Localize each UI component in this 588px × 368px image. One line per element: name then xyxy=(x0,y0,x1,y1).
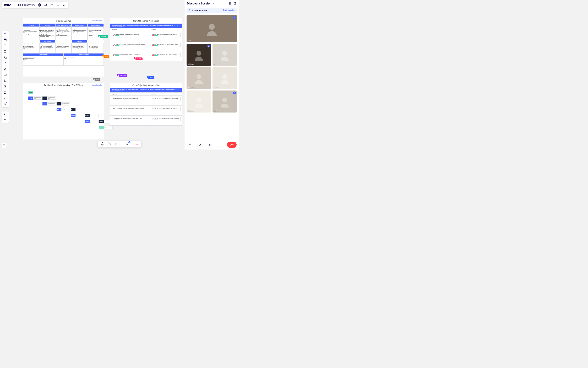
participants-button[interactable]: 5 xyxy=(125,142,129,146)
hangup-button[interactable] xyxy=(227,142,237,148)
objective-card[interactable]: Leverage a single content delivery engin… xyxy=(112,117,148,121)
pc-cell[interactable]: Single, clear, compelling message that s… xyxy=(55,27,71,40)
more-tools[interactable] xyxy=(3,102,7,106)
svg-rect-18 xyxy=(4,92,5,92)
why-card[interactable]: BecauseLorem ipsum dolor sit amet... xyxy=(43,97,56,100)
comment-tool[interactable] xyxy=(3,73,7,77)
layout-icon[interactable] xyxy=(229,2,232,5)
pc-cell[interactable]: List to 1-3 core problems to solve Scale… xyxy=(23,27,39,40)
objective-card[interactable]: Pick up where I left off on content that… xyxy=(112,43,148,47)
frame-tool[interactable] xyxy=(3,79,7,83)
shape-tool[interactable] xyxy=(3,56,7,59)
select-tool[interactable] xyxy=(3,32,7,36)
pc-cell[interactable]: Your X for Y analogy (Youtube = Flickr f… xyxy=(55,43,71,53)
why-card[interactable]: Root causeLorem ipsum dolor sit amet... xyxy=(99,126,113,129)
table-row[interactable]: Explore more leadership and values-orien… xyxy=(110,51,182,61)
chart-tool[interactable] xyxy=(3,97,7,100)
objective-card[interactable]: Explore more leadership and values-orien… xyxy=(112,53,148,57)
svg-point-51 xyxy=(220,145,220,146)
video-tile[interactable]: Amanda xyxy=(187,67,211,89)
objective-card[interactable]: Scale groups and learning throughout the… xyxy=(112,97,148,101)
plugin-icon[interactable] xyxy=(63,3,66,7)
pc-cell[interactable]: List your paths to the customer (inbound… xyxy=(71,43,88,53)
pc-cell[interactable]: List how these problems are solved today… xyxy=(23,43,39,53)
why-card[interactable]: 5. Why?Lorem ipsum dolor sit amet... xyxy=(85,120,98,123)
pc-cell[interactable]: Something that can't easily be bought/co… xyxy=(71,27,88,40)
user-cursor: Micah xyxy=(134,57,143,60)
why-card[interactable]: 3. Why?Lorem ipsum dolor sit amet... xyxy=(57,108,70,111)
participant-name: Josh xyxy=(214,110,217,112)
frame-product-canvas[interactable]: Product Canvas Info and How Tos Problem … xyxy=(23,18,104,77)
pc-cell[interactable]: List sources of revenue n/a xyxy=(63,56,104,65)
table-row[interactable]: Participate in a group to learn and grow… xyxy=(110,31,182,41)
camera-button[interactable] xyxy=(197,142,203,148)
why-card[interactable]: ProblemLorem ipsum dolor sit amet... xyxy=(28,91,42,94)
left-toolbar xyxy=(2,31,9,107)
why-card[interactable]: 2. Why?Lorem ipsum dolor sit amet... xyxy=(43,102,56,105)
sticky-note-tool[interactable] xyxy=(3,50,7,53)
export-icon[interactable] xyxy=(50,3,53,7)
outcome-card[interactable]: So that I can complete the current lesso… xyxy=(151,43,180,47)
table-row[interactable]: Spur transformation on the individual an… xyxy=(110,106,182,116)
pc-cell[interactable]: List key numbers that tell you how your … xyxy=(39,43,55,53)
video-tile[interactable]: Michael xyxy=(187,44,211,66)
table-row[interactable]: Leverage a single content delivery engin… xyxy=(110,116,182,126)
apps-tool[interactable] xyxy=(3,91,7,94)
map-toggle-button[interactable] xyxy=(2,143,7,148)
board-name[interactable]: JMLF Discovery xyxy=(18,4,35,6)
why-card[interactable]: 1. Why?Lorem ipsum dolor sit amet... xyxy=(28,97,42,100)
raise-hand-button[interactable] xyxy=(207,142,213,148)
outcome-card[interactable]: So that JMLF can efficiently manage its … xyxy=(151,117,180,121)
why-card[interactable]: 4. Why?Lorem ipsum dolor sit amet... xyxy=(71,114,84,117)
redo-button[interactable] xyxy=(3,118,7,121)
mic-muted-button[interactable] xyxy=(100,142,105,146)
session-title[interactable]: Discovery Session xyxy=(187,2,214,5)
video-tile[interactable]: Moe xyxy=(213,44,237,66)
objective-card[interactable]: Participate in a group to learn and grow… xyxy=(112,33,148,37)
mic-button[interactable] xyxy=(187,142,193,148)
leave-button[interactable]: Leave xyxy=(133,143,139,145)
svg-point-2 xyxy=(57,4,59,6)
text-tool[interactable] xyxy=(3,44,7,47)
why-card[interactable]: BecauseLorem ipsum dolor sit amet... xyxy=(85,114,98,117)
search-icon[interactable] xyxy=(57,3,60,7)
pc-cell[interactable]: List your target customers and users Adu… xyxy=(88,27,104,40)
why-card[interactable]: BecauseLorem ipsum dolor sit amet... xyxy=(57,102,70,105)
undo-button[interactable] xyxy=(3,113,7,116)
frame-five-whys[interactable]: Problem Root Understanding: The 5 Why's … xyxy=(23,83,104,140)
pen-tool[interactable] xyxy=(3,67,7,71)
video-panel: Discovery Session Collaboration End sess… xyxy=(184,0,239,149)
video-tile[interactable]: Micah xyxy=(213,67,237,89)
outcome-card[interactable]: So that JMLF can better measure the impa… xyxy=(151,107,180,111)
template-tool[interactable] xyxy=(3,38,7,42)
video-tile[interactable]: Josh xyxy=(213,91,237,112)
canvas[interactable]: Product Canvas Info and How Tos Problem … xyxy=(10,10,184,149)
video-tile[interactable]: Richard xyxy=(187,91,211,112)
avatar-placeholder xyxy=(213,91,237,112)
frame-core-org[interactable]: Core Objectives: Organization From the p… xyxy=(110,83,182,126)
more-options-button[interactable] xyxy=(217,142,223,148)
pc-cell[interactable]: List fixed and variable costs 3rd party … xyxy=(23,56,63,65)
upload-tool[interactable] xyxy=(3,85,7,88)
settings-icon[interactable] xyxy=(38,3,41,7)
camera-off-button[interactable] xyxy=(108,142,112,146)
table-row[interactable]: Scale groups and learning throughout the… xyxy=(110,96,182,106)
outcome-card[interactable]: So that JMLF can distribute more of its … xyxy=(151,97,180,101)
outcome-card[interactable]: So that I can continue to grow at my own… xyxy=(151,53,180,57)
info-link[interactable]: Info and How Tos xyxy=(92,20,102,21)
objective-card[interactable]: Spur transformation on the individual an… xyxy=(112,107,148,111)
bell-icon[interactable] xyxy=(44,3,47,7)
end-session-button[interactable]: End session xyxy=(223,9,235,11)
video-tile[interactable]: Joel xyxy=(187,15,237,42)
frame-core-new-users[interactable]: Core Objectives: New Users From the pers… xyxy=(110,18,182,61)
why-card[interactable]: BecauseLorem ipsum dolor sit amet... xyxy=(71,108,84,111)
arrow-tool[interactable] xyxy=(3,62,7,65)
pc-cell[interactable]: List the characteristics of your ideal c… xyxy=(88,43,104,53)
outcome-card[interactable]: So that I can develop leadership skills … xyxy=(151,33,180,37)
table-row[interactable]: Pick up where I left off on content that… xyxy=(110,41,182,51)
pc-cell[interactable]: Outline a possible solution for each pro… xyxy=(39,27,55,40)
popout-icon[interactable] xyxy=(234,2,237,5)
share-screen-button[interactable] xyxy=(115,142,119,146)
info-link[interactable]: Info and How Tos xyxy=(92,84,102,86)
svg-point-44 xyxy=(196,98,201,102)
